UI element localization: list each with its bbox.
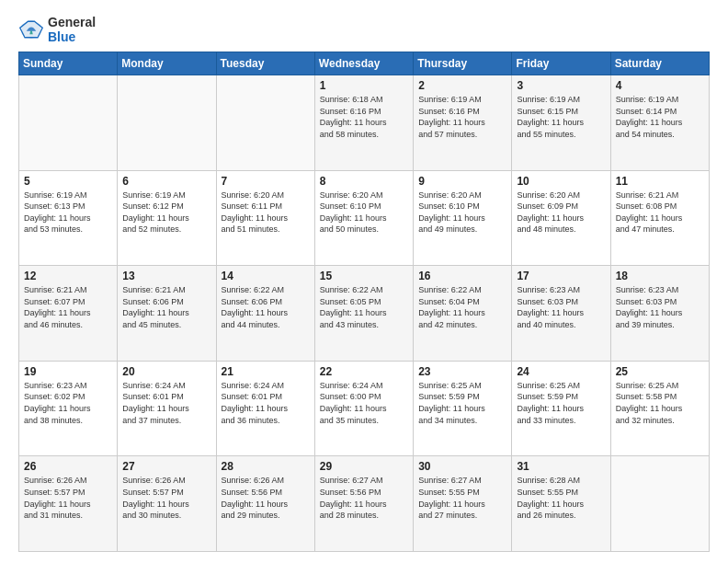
day-info: Sunrise: 6:21 AM Sunset: 6:08 PM Dayligh…: [616, 190, 704, 236]
week-row-3: 12Sunrise: 6:21 AM Sunset: 6:07 PM Dayli…: [19, 266, 710, 362]
calendar-cell: [19, 75, 118, 171]
calendar-cell: 11Sunrise: 6:21 AM Sunset: 6:08 PM Dayli…: [610, 170, 709, 266]
day-number: 13: [122, 270, 210, 282]
calendar-cell: 6Sunrise: 6:19 AM Sunset: 6:12 PM Daylig…: [118, 170, 216, 266]
calendar-cell: 13Sunrise: 6:21 AM Sunset: 6:06 PM Dayli…: [118, 266, 216, 362]
day-number: 17: [517, 270, 605, 282]
calendar-cell: 4Sunrise: 6:19 AM Sunset: 6:14 PM Daylig…: [610, 75, 709, 171]
day-info: Sunrise: 6:20 AM Sunset: 6:10 PM Dayligh…: [418, 190, 506, 236]
day-info: Sunrise: 6:24 AM Sunset: 6:01 PM Dayligh…: [222, 380, 310, 426]
calendar-cell: 24Sunrise: 6:25 AM Sunset: 5:59 PM Dayli…: [512, 361, 610, 456]
day-info: Sunrise: 6:25 AM Sunset: 5:58 PM Dayligh…: [616, 380, 704, 426]
week-row-1: 1Sunrise: 6:18 AM Sunset: 6:16 PM Daylig…: [19, 75, 710, 171]
day-info: Sunrise: 6:19 AM Sunset: 6:14 PM Dayligh…: [616, 94, 704, 140]
calendar-table: SundayMondayTuesdayWednesdayThursdayFrid…: [18, 52, 710, 552]
day-number: 3: [517, 79, 605, 92]
day-info: Sunrise: 6:19 AM Sunset: 6:15 PM Dayligh…: [517, 94, 605, 140]
day-info: Sunrise: 6:26 AM Sunset: 5:57 PM Dayligh…: [24, 475, 112, 521]
calendar-cell: 31Sunrise: 6:28 AM Sunset: 5:55 PM Dayli…: [512, 456, 610, 552]
day-number: 28: [222, 460, 310, 473]
calendar-cell: 14Sunrise: 6:22 AM Sunset: 6:06 PM Dayli…: [216, 266, 314, 362]
day-number: 8: [320, 175, 408, 188]
day-number: 2: [418, 79, 506, 92]
day-info: Sunrise: 6:19 AM Sunset: 6:16 PM Dayligh…: [418, 94, 506, 140]
day-number: 27: [122, 460, 210, 473]
calendar-cell: 21Sunrise: 6:24 AM Sunset: 6:01 PM Dayli…: [216, 361, 314, 456]
day-info: Sunrise: 6:24 AM Sunset: 6:00 PM Dayligh…: [320, 380, 408, 426]
calendar-cell: [216, 75, 314, 171]
logo-icon: [18, 17, 44, 42]
calendar-page: General Blue SundayMondayTuesdayWednesda…: [0, 0, 728, 563]
calendar-cell: 9Sunrise: 6:20 AM Sunset: 6:10 PM Daylig…: [414, 170, 512, 266]
calendar-cell: 5Sunrise: 6:19 AM Sunset: 6:13 PM Daylig…: [19, 170, 118, 266]
day-number: 7: [222, 175, 310, 188]
day-number: 24: [517, 365, 605, 378]
week-row-4: 19Sunrise: 6:23 AM Sunset: 6:02 PM Dayli…: [19, 361, 710, 456]
day-info: Sunrise: 6:22 AM Sunset: 6:06 PM Dayligh…: [222, 284, 310, 330]
day-number: 26: [24, 460, 112, 473]
day-info: Sunrise: 6:21 AM Sunset: 6:06 PM Dayligh…: [122, 284, 210, 330]
calendar-cell: 25Sunrise: 6:25 AM Sunset: 5:58 PM Dayli…: [610, 361, 709, 456]
day-number: 9: [418, 175, 506, 188]
weekday-friday: Friday: [512, 52, 610, 75]
calendar-cell: 29Sunrise: 6:27 AM Sunset: 5:56 PM Dayli…: [314, 456, 413, 552]
calendar-cell: 3Sunrise: 6:19 AM Sunset: 6:15 PM Daylig…: [512, 75, 610, 171]
calendar-cell: 7Sunrise: 6:20 AM Sunset: 6:11 PM Daylig…: [216, 170, 314, 266]
weekday-thursday: Thursday: [414, 52, 512, 75]
day-number: 5: [24, 175, 112, 188]
day-number: 14: [222, 270, 310, 282]
day-number: 21: [222, 365, 310, 378]
calendar-cell: 30Sunrise: 6:27 AM Sunset: 5:55 PM Dayli…: [414, 456, 512, 552]
day-info: Sunrise: 6:22 AM Sunset: 6:04 PM Dayligh…: [418, 284, 506, 330]
calendar-cell: 23Sunrise: 6:25 AM Sunset: 5:59 PM Dayli…: [414, 361, 512, 456]
weekday-tuesday: Tuesday: [216, 52, 314, 75]
weekday-monday: Monday: [118, 52, 216, 75]
day-info: Sunrise: 6:23 AM Sunset: 6:03 PM Dayligh…: [517, 284, 605, 330]
day-number: 29: [320, 460, 408, 473]
day-info: Sunrise: 6:19 AM Sunset: 6:12 PM Dayligh…: [122, 190, 210, 236]
calendar-cell: 22Sunrise: 6:24 AM Sunset: 6:00 PM Dayli…: [314, 361, 413, 456]
weekday-wednesday: Wednesday: [314, 52, 413, 75]
calendar-cell: 27Sunrise: 6:26 AM Sunset: 5:57 PM Dayli…: [118, 456, 216, 552]
calendar-cell: 1Sunrise: 6:18 AM Sunset: 6:16 PM Daylig…: [314, 75, 413, 171]
day-number: 22: [320, 365, 408, 378]
day-number: 1: [320, 79, 408, 92]
day-info: Sunrise: 6:28 AM Sunset: 5:55 PM Dayligh…: [517, 475, 605, 521]
day-info: Sunrise: 6:23 AM Sunset: 6:03 PM Dayligh…: [616, 284, 704, 330]
calendar-cell: 19Sunrise: 6:23 AM Sunset: 6:02 PM Dayli…: [19, 361, 118, 456]
day-number: 10: [517, 175, 605, 188]
day-number: 12: [24, 270, 112, 282]
day-info: Sunrise: 6:27 AM Sunset: 5:55 PM Dayligh…: [418, 475, 506, 521]
day-info: Sunrise: 6:25 AM Sunset: 5:59 PM Dayligh…: [517, 380, 605, 426]
calendar-cell: 16Sunrise: 6:22 AM Sunset: 6:04 PM Dayli…: [414, 266, 512, 362]
calendar-cell: [610, 456, 709, 552]
calendar-cell: 26Sunrise: 6:26 AM Sunset: 5:57 PM Dayli…: [19, 456, 118, 552]
calendar-cell: 17Sunrise: 6:23 AM Sunset: 6:03 PM Dayli…: [512, 266, 610, 362]
day-info: Sunrise: 6:26 AM Sunset: 5:56 PM Dayligh…: [222, 475, 310, 521]
day-info: Sunrise: 6:21 AM Sunset: 6:07 PM Dayligh…: [24, 284, 112, 330]
weekday-header: SundayMondayTuesdayWednesdayThursdayFrid…: [19, 52, 710, 75]
day-number: 25: [616, 365, 704, 378]
day-number: 31: [517, 460, 605, 473]
weekday-saturday: Saturday: [610, 52, 709, 75]
calendar-cell: 12Sunrise: 6:21 AM Sunset: 6:07 PM Dayli…: [19, 266, 118, 362]
calendar-cell: 18Sunrise: 6:23 AM Sunset: 6:03 PM Dayli…: [610, 266, 709, 362]
calendar-cell: 15Sunrise: 6:22 AM Sunset: 6:05 PM Dayli…: [314, 266, 413, 362]
calendar-body: 1Sunrise: 6:18 AM Sunset: 6:16 PM Daylig…: [19, 75, 710, 552]
day-number: 16: [418, 270, 506, 282]
day-info: Sunrise: 6:23 AM Sunset: 6:02 PM Dayligh…: [24, 380, 112, 426]
day-number: 11: [616, 175, 704, 188]
day-info: Sunrise: 6:24 AM Sunset: 6:01 PM Dayligh…: [122, 380, 210, 426]
day-info: Sunrise: 6:20 AM Sunset: 6:09 PM Dayligh…: [517, 190, 605, 236]
day-number: 4: [616, 79, 704, 92]
day-info: Sunrise: 6:19 AM Sunset: 6:13 PM Dayligh…: [24, 190, 112, 236]
day-number: 15: [320, 270, 408, 282]
calendar-cell: 2Sunrise: 6:19 AM Sunset: 6:16 PM Daylig…: [414, 75, 512, 171]
day-info: Sunrise: 6:27 AM Sunset: 5:56 PM Dayligh…: [320, 475, 408, 521]
week-row-5: 26Sunrise: 6:26 AM Sunset: 5:57 PM Dayli…: [19, 456, 710, 552]
calendar-cell: [118, 75, 216, 171]
day-number: 6: [122, 175, 210, 188]
day-info: Sunrise: 6:22 AM Sunset: 6:05 PM Dayligh…: [320, 284, 408, 330]
day-info: Sunrise: 6:26 AM Sunset: 5:57 PM Dayligh…: [122, 475, 210, 521]
day-number: 19: [24, 365, 112, 378]
